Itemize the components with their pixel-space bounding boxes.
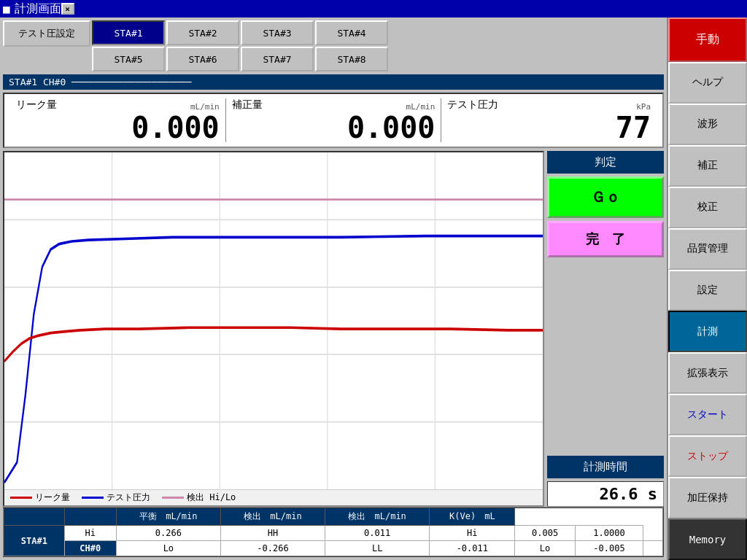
title-bar-icon: ■: [3, 2, 10, 16]
table-hi-label: Hi: [64, 526, 116, 541]
leak-rate-value: 0.000: [131, 113, 219, 142]
measurement-display: リーク量 mL/min 0.000 補正量 mL/min 0.000 テスト圧力…: [3, 93, 664, 148]
data-table: 平衡 mL/min 検出 mL/min 検出 mL/min K(Ve) mL S…: [3, 507, 664, 557]
left-panel: テスト圧設定 STA#1 STA#2 STA#3 STA#4 STA#5 STA…: [0, 18, 667, 560]
test-pressure-button[interactable]: テスト圧設定: [3, 20, 90, 47]
complete-button[interactable]: 完 了: [547, 221, 664, 257]
chart-svg: [4, 152, 543, 489]
legend-leak: リーク量: [10, 491, 70, 504]
sidebar-help-button[interactable]: ヘルプ: [668, 62, 747, 104]
legend-hilo-label: 検出 Hi/Lo: [187, 491, 236, 504]
tab-sta4[interactable]: STA#4: [315, 20, 388, 45]
sidebar-wave-button[interactable]: 波形: [668, 104, 747, 145]
table-kve-hi: 1.0000: [575, 526, 643, 541]
legend-leak-label: リーク量: [35, 491, 70, 504]
sidebar-extended-button[interactable]: 拡張表示: [668, 352, 747, 394]
tab-row-2: STA#5 STA#6 STA#7 STA#8: [92, 47, 388, 71]
table-detect2-lo: -0.005: [575, 541, 643, 557]
table-hh-label: HH: [220, 526, 325, 541]
table-detect1-lo: -0.011: [430, 541, 515, 557]
table-row-lo: CH#0 Lo -0.266 LL -0.011 Lo -0.005: [4, 541, 663, 557]
tab-area: テスト圧設定 STA#1 STA#2 STA#3 STA#4 STA#5 STA…: [3, 20, 664, 73]
table-header-col2: [64, 508, 116, 526]
table-kve-lo: [643, 541, 663, 557]
svg-rect-0: [4, 152, 543, 489]
legend-pressure-label: テスト圧力: [107, 491, 150, 504]
table-ll-label: LL: [325, 541, 430, 557]
tab-sta7[interactable]: STA#7: [241, 47, 314, 71]
right-sidebar: 手動 ヘルプ 波形 補正 校正 品質管理 設定 計測 拡張表示 スタート ストッ…: [667, 18, 747, 560]
leak-rate-label: リーク量: [16, 98, 57, 112]
sidebar-presshold-button[interactable]: 加圧保持: [668, 477, 747, 518]
table-ch0: CH#0: [64, 541, 116, 557]
legend-hilo-line: [162, 497, 184, 499]
table-header-detect2: 検出 mL/min: [325, 508, 430, 526]
test-pressure-value: 77: [616, 113, 651, 142]
sidebar-measurement-button[interactable]: 計測: [668, 311, 747, 352]
correction-section: 補正量 mL/min 0.000: [226, 98, 442, 142]
legend-hilo: 検出 Hi/Lo: [162, 491, 236, 504]
sidebar-quality-button[interactable]: 品質管理: [668, 228, 747, 270]
go-button[interactable]: Ｇｏ: [547, 176, 664, 218]
table-header-detect1: 検出 mL/min: [220, 508, 325, 526]
measurement-time-label: 計測時間: [547, 456, 664, 478]
leak-rate-section: リーク量 mL/min 0.000: [10, 98, 226, 142]
sidebar-manual-button[interactable]: 手動: [668, 18, 747, 62]
table-lo-label: Lo: [116, 541, 220, 557]
tab-row-1: STA#1 STA#2 STA#3 STA#4: [92, 20, 388, 45]
correction-value: 0.000: [347, 113, 435, 142]
table-detect1-hi: 0.011: [325, 526, 430, 541]
table-hi2-label: Hi: [430, 526, 515, 541]
table-balance-hi: 0.266: [116, 526, 220, 541]
sidebar-memory-button[interactable]: Memory: [668, 518, 747, 560]
correction-label: 補正量: [232, 98, 263, 112]
table-balance-lo: -0.266: [220, 541, 325, 557]
legend-pressure: テスト圧力: [82, 491, 150, 504]
legend-leak-line: [10, 497, 32, 499]
table-row-hi: STA#1 Hi 0.266 HH 0.011 Hi 0.005 1.0000: [4, 526, 663, 541]
tab-sta1[interactable]: STA#1: [92, 20, 165, 45]
test-pressure-area: テスト圧設定: [3, 20, 90, 73]
table-header-balance: 平衡 mL/min: [116, 508, 220, 526]
right-sub-panel: 判定 Ｇｏ 完 了 計測時間 26.6 s: [547, 151, 664, 507]
table-detect2-hi: 0.005: [515, 526, 575, 541]
test-pressure-label: テスト圧力: [447, 98, 498, 112]
sta-tabs-group: STA#1 STA#2 STA#3 STA#4 STA#5 STA#6 STA#…: [92, 20, 388, 73]
sidebar-settings-button[interactable]: 設定: [668, 270, 747, 311]
close-button[interactable]: ×: [61, 3, 74, 15]
chart-row: リーク量 テスト圧力 検出 Hi/Lo 判定 Ｇｏ 完 了: [3, 151, 664, 507]
tab-sta2[interactable]: STA#2: [166, 20, 239, 45]
legend-pressure-line: [82, 497, 104, 499]
table-header-kve: K(Ve) mL: [430, 508, 515, 526]
title-bar: ■ 計測画面 ×: [0, 0, 747, 18]
sidebar-calibration-button[interactable]: 校正: [668, 187, 747, 228]
judgment-box: 判定: [547, 151, 664, 174]
chart-legend: リーク量 テスト圧力 検出 Hi/Lo: [4, 489, 543, 505]
measurement-time-value: 26.6 s: [547, 481, 664, 507]
tab-sta8[interactable]: STA#8: [315, 47, 388, 71]
sidebar-correction-button[interactable]: 補正: [668, 145, 747, 187]
sidebar-stop-button[interactable]: ストップ: [668, 435, 747, 477]
title-bar-text: 計測画面: [15, 1, 61, 17]
test-pressure-section: テスト圧力 kPa 77: [441, 98, 657, 142]
tab-sta6[interactable]: STA#6: [166, 47, 239, 71]
sidebar-start-button[interactable]: スタート: [668, 394, 747, 435]
status-bar: STA#1 CH#0 ─────────────────────: [3, 74, 664, 90]
table-sta1: STA#1: [4, 526, 64, 557]
table-lo2-label: Lo: [515, 541, 575, 557]
table-header-col1: [4, 508, 64, 526]
tab-sta3[interactable]: STA#3: [241, 20, 314, 45]
tab-sta5[interactable]: STA#5: [92, 47, 165, 71]
chart-container: リーク量 テスト圧力 検出 Hi/Lo: [3, 151, 544, 507]
